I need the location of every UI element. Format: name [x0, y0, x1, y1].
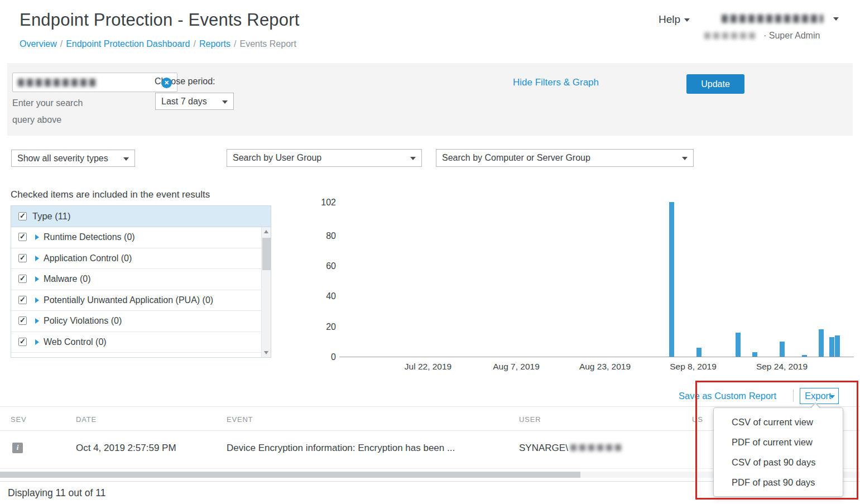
chevron-down-icon	[684, 18, 690, 22]
list-item[interactable]: Policy Violations (0)	[11, 311, 261, 332]
help-menu[interactable]: Help	[659, 13, 690, 26]
expand-arrow-icon[interactable]	[35, 297, 39, 303]
user-group-placeholder: Search by User Group	[233, 153, 321, 163]
divider	[793, 390, 794, 402]
computer-group-placeholder: Search by Computer or Server Group	[442, 153, 590, 163]
breadcrumb-item: Events Report	[239, 39, 296, 49]
list-item[interactable]: Web Control (0)	[11, 332, 261, 353]
chart-bar	[669, 202, 674, 357]
horizontal-scrollbar-thumb[interactable]	[0, 472, 580, 478]
list-item-label: Runtime Detections (0)	[44, 232, 135, 242]
checkbox[interactable]	[18, 296, 27, 304]
event-type-filter-panel: Type (11) Runtime Detections (0)Applicat…	[11, 205, 271, 358]
list-item-partial[interactable]	[11, 353, 261, 358]
checkbox[interactable]	[18, 316, 27, 325]
type-group-label: Type (11)	[32, 211, 70, 222]
chart-bar	[736, 333, 741, 357]
page-title: Endpoint Protection - Events Report	[20, 10, 300, 30]
list-item-label: Policy Violations (0)	[44, 316, 122, 326]
list-item-label: Application Control (0)	[44, 253, 132, 263]
cell-user-visible: SYNARGE\	[519, 443, 568, 453]
events-report-page: Endpoint Protection - Events Report Over…	[0, 0, 860, 504]
breadcrumb-item[interactable]: Reports	[199, 39, 230, 49]
x-axis-label: Sep 24, 2019	[743, 362, 821, 372]
severity-type-dropdown[interactable]: Show all severity types	[11, 150, 135, 167]
breadcrumb-item[interactable]: Overview	[20, 39, 57, 49]
expand-arrow-icon[interactable]	[35, 234, 39, 240]
type-group-header[interactable]: Type (11)	[11, 206, 271, 227]
export-menu-item[interactable]: PDF of past 90 days	[714, 472, 843, 492]
list-item[interactable]: Malware (0)	[11, 269, 261, 290]
checked-items-heading: Checked items are included in the event …	[11, 189, 210, 200]
list-item-label: Web Control (0)	[44, 337, 107, 347]
event-type-list: Runtime Detections (0)Application Contro…	[11, 227, 261, 358]
y-axis-label: 102	[308, 198, 336, 208]
expand-arrow-icon[interactable]	[35, 318, 39, 324]
column-header[interactable]: US	[692, 415, 703, 424]
x-axis-label: Aug 23, 2019	[566, 362, 644, 372]
severity-dropdown-value: Show all severity types	[17, 153, 108, 164]
redacted-user	[570, 444, 622, 451]
chevron-down-icon	[682, 157, 688, 160]
chart-x-axis: Jul 22, 2019Aug 7, 2019Aug 23, 2019Sep 8…	[339, 362, 854, 374]
checkbox[interactable]	[18, 233, 27, 241]
breadcrumb: Overview/Endpoint Protection Dashboard/R…	[20, 39, 296, 49]
breadcrumb-separator: /	[194, 39, 196, 49]
info-severity-icon	[12, 443, 23, 453]
column-header[interactable]: DATE	[76, 415, 97, 424]
list-item-label: Malware (0)	[44, 274, 90, 284]
list-item[interactable]: Application Control (0)	[11, 248, 261, 270]
list-item[interactable]: Runtime Detections (0)	[11, 227, 261, 248]
checkbox[interactable]	[18, 275, 27, 283]
export-menu-item[interactable]: CSV of current view	[714, 412, 843, 432]
divider	[0, 406, 860, 407]
update-button[interactable]: Update	[686, 74, 744, 94]
column-header[interactable]: SEV	[11, 415, 26, 424]
type-group-checkbox[interactable]	[18, 212, 27, 220]
chart-bar	[696, 348, 702, 357]
column-header[interactable]: EVENT	[227, 415, 253, 424]
expand-arrow-icon[interactable]	[35, 339, 39, 345]
chart-bar	[752, 352, 757, 357]
user-role: · Super Admin	[763, 31, 820, 41]
list-item[interactable]: Potentially Unwanted Application (PUA) (…	[11, 290, 261, 311]
breadcrumb-separator: /	[234, 39, 236, 49]
save-custom-report-link[interactable]: Save as Custom Report	[679, 391, 776, 401]
account-name-redacted	[704, 32, 758, 39]
hide-filters-graph-link[interactable]: Hide Filters & Graph	[513, 77, 599, 88]
search-hint-line2: query above	[12, 115, 61, 125]
list-scrollbar[interactable]	[261, 227, 271, 357]
scroll-down-icon[interactable]	[262, 348, 271, 357]
chevron-down-icon[interactable]	[833, 17, 839, 21]
computer-server-group-dropdown[interactable]: Search by Computer or Server Group	[436, 149, 694, 167]
y-axis-label: 40	[308, 291, 336, 301]
scroll-up-icon[interactable]	[262, 227, 271, 237]
export-menu-item[interactable]: PDF of current view	[714, 432, 843, 452]
breadcrumb-separator: /	[60, 39, 63, 49]
chart-bar	[835, 335, 840, 357]
search-query-redacted	[18, 79, 97, 87]
user-group-dropdown[interactable]: Search by User Group	[227, 149, 422, 167]
scrollbar-thumb[interactable]	[262, 238, 271, 270]
period-select[interactable]: Last 7 days	[155, 93, 234, 110]
clear-search-icon[interactable]	[161, 78, 172, 88]
chart-bar	[819, 329, 824, 357]
list-item-label: Potentially Unwanted Application (PUA) (…	[44, 295, 213, 305]
checkbox[interactable]	[18, 254, 27, 262]
column-header[interactable]: USER	[519, 415, 541, 424]
chart-y-axis: 020406080102	[308, 203, 336, 357]
chevron-down-icon	[410, 157, 416, 160]
expand-arrow-icon[interactable]	[35, 276, 39, 282]
export-button[interactable]: Export	[800, 388, 839, 404]
x-axis-label: Sep 8, 2019	[654, 362, 732, 372]
checkbox[interactable]	[18, 338, 27, 346]
expand-arrow-icon[interactable]	[35, 256, 39, 261]
y-axis-label: 60	[308, 261, 336, 271]
chart-plot	[339, 203, 854, 357]
export-menu: CSV of current viewPDF of current viewCS…	[713, 407, 843, 497]
user-name-redacted[interactable]	[722, 15, 823, 23]
results-count: Displaying 11 out of 11	[8, 487, 105, 499]
help-label: Help	[659, 13, 680, 25]
export-menu-item[interactable]: CSV of past 90 days	[714, 452, 843, 472]
breadcrumb-item[interactable]: Endpoint Protection Dashboard	[66, 39, 190, 49]
